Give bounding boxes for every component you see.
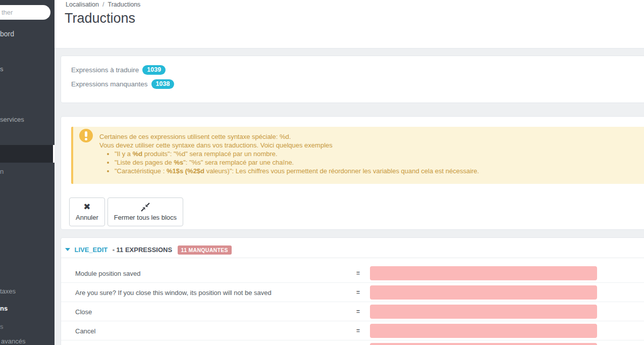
chevron-down-icon[interactable] (65, 248, 70, 251)
equals-sign: = (356, 270, 360, 277)
close-all-blocks-label: Fermer tous les blocs (114, 214, 177, 221)
translation-input[interactable] (370, 285, 597, 300)
breadcrumb-parent[interactable]: Localisation (66, 1, 99, 8)
sidebar-subitem-translations[interactable]: ns (0, 305, 8, 312)
warning-line: Certaines de ces expressions utilisent c… (99, 132, 642, 141)
translation-input[interactable] (370, 305, 597, 319)
translation-row: = (61, 340, 644, 345)
x-icon: ✖ (83, 202, 90, 212)
warning-line: Vous devez utiliser cette syntaxe dans v… (99, 141, 642, 150)
main-content: Localisation/Traductions Traductions Exp… (55, 0, 644, 345)
warning-text: Certaines de ces expressions utilisent c… (73, 127, 644, 175)
translations-page: ther bord s services n taxes ns s avancé… (0, 0, 644, 345)
equals-sign: = (356, 308, 360, 315)
stat-label: Expressions à traduire (71, 66, 139, 74)
stats-panel: Expressions à traduire 1039 Expressions … (61, 56, 644, 103)
warning-example: "Caractéristique : %1$s (%2$d valeurs)":… (115, 167, 642, 175)
live-edit-panel: LIVE_EDIT - 11 EXPRESSIONS 11 MANQUANTES… (61, 237, 644, 345)
warning-example: "Il y a %d produits": "%d" sera remplacé… (115, 150, 642, 158)
section-name: LIVE_EDIT (74, 246, 108, 254)
translation-row: Module position saved = (61, 264, 644, 283)
translation-row: Close = (61, 302, 644, 321)
sidebar-item[interactable]: s (0, 65, 4, 73)
sidebar: ther bord s services n taxes ns s avancé… (0, 0, 55, 345)
form-panel: Certaines de ces expressions utilisent c… (61, 116, 644, 230)
translation-row: Are you sure? If you close this window, … (61, 283, 644, 302)
breadcrumb: Localisation/Traductions (66, 1, 140, 8)
sidebar-item[interactable]: s (0, 323, 4, 330)
sidebar-item-advanced-settings[interactable]: avancés (1, 337, 25, 345)
translation-input[interactable] (370, 266, 597, 280)
search-placeholder-fragment: ther (2, 5, 13, 20)
equals-sign: = (356, 289, 360, 296)
close-all-blocks-button[interactable]: Fermer tous les blocs (108, 198, 183, 226)
translation-row: Cancel = (61, 321, 644, 340)
stat-line: Expressions manquantes 1038 (71, 79, 644, 89)
missing-count-badge: 11 MANQUANTES (178, 245, 232, 255)
source-expression: Are you sure? If you close this window, … (75, 288, 272, 296)
section-expression-count: - 11 EXPRESSIONS (113, 246, 173, 254)
source-expression: Close (75, 308, 92, 315)
breadcrumb-current: Traductions (108, 1, 141, 8)
stat-line: Expressions à traduire 1039 (71, 65, 644, 75)
warning-example: "Liste des pages de %s": "%s" sera rempl… (115, 158, 642, 167)
translation-rows: Module position saved = Are you sure? If… (61, 258, 644, 345)
sidebar-item-dashboard[interactable]: bord (0, 30, 14, 38)
translation-input[interactable] (370, 324, 597, 338)
warning-examples: "Il y a %d produits": "%d" sera remplacé… (115, 150, 642, 175)
equals-sign: = (356, 327, 360, 334)
sidebar-subitem[interactable]: n (0, 168, 4, 175)
section-header-live-edit[interactable]: LIVE_EDIT - 11 EXPRESSIONS 11 MANQUANTES (61, 238, 644, 258)
toolbar: ✖ Annuler Fermer (69, 198, 183, 226)
search-input[interactable]: ther (0, 5, 50, 20)
warning-icon (79, 129, 93, 142)
stat-label: Expressions manquantes (71, 80, 148, 88)
warning-box: Certaines de ces expressions utilisent c… (71, 127, 644, 184)
sidebar-item-active[interactable] (0, 145, 55, 163)
sidebar-item-modules-services[interactable]: services (0, 116, 24, 123)
compress-icon (140, 202, 150, 212)
cancel-button-label: Annuler (76, 214, 98, 221)
translation-input[interactable] (370, 343, 597, 345)
source-expression: Cancel (75, 327, 95, 334)
page-header: Localisation/Traductions Traductions (55, 0, 644, 48)
page-title: Traductions (65, 11, 135, 26)
cancel-button[interactable]: ✖ Annuler (69, 198, 105, 226)
source-expression: Module position saved (75, 269, 140, 277)
breadcrumb-separator: / (102, 1, 104, 8)
count-badge: 1039 (142, 65, 166, 75)
count-badge: 1038 (151, 79, 175, 89)
sidebar-subitem-taxes[interactable]: taxes (0, 287, 16, 295)
